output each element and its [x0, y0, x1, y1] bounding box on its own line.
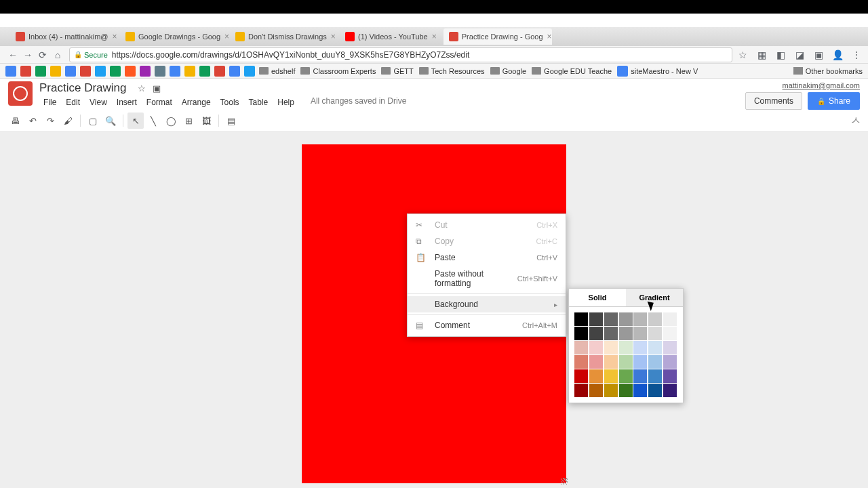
print-icon[interactable]: 🖶: [7, 113, 23, 129]
color-swatch[interactable]: [589, 341, 603, 354]
folder-icon[interactable]: ▣: [153, 83, 161, 94]
color-swatch[interactable]: [663, 341, 677, 354]
bookmark-sitemaestro[interactable]: siteMaestro - New V: [617, 66, 698, 77]
menu-format[interactable]: Format: [142, 96, 176, 108]
bookmark-icon[interactable]: [199, 66, 210, 77]
bookmark-icon[interactable]: [20, 66, 31, 77]
image-tool-icon[interactable]: 🖼: [198, 113, 214, 129]
color-swatch[interactable]: [604, 384, 618, 397]
tab-drawings-help[interactable]: Google Drawings - Goog×: [120, 28, 229, 45]
close-icon[interactable]: ×: [113, 32, 117, 41]
bookmark-icon[interactable]: [155, 66, 165, 77]
color-swatch[interactable]: [648, 369, 662, 383]
color-swatch[interactable]: [604, 341, 618, 354]
color-swatch[interactable]: [589, 369, 603, 383]
forward-button[interactable]: →: [20, 47, 35, 62]
extension-icon[interactable]: ▣: [812, 49, 825, 60]
bookmark-icon[interactable]: [110, 66, 121, 77]
line-tool-icon[interactable]: ╲: [145, 113, 161, 129]
color-swatch[interactable]: [619, 341, 633, 354]
bookmark-tech[interactable]: Tech Resources: [419, 67, 485, 75]
menu-arrange[interactable]: Arrange: [178, 96, 215, 108]
bookmark-icon[interactable]: [229, 66, 240, 77]
avatar-icon[interactable]: 👤: [831, 49, 844, 60]
color-swatch[interactable]: [574, 341, 588, 354]
color-swatch[interactable]: [574, 384, 588, 397]
color-swatch[interactable]: [589, 312, 603, 326]
context-background[interactable]: Background ▸: [408, 296, 566, 312]
color-swatch[interactable]: [604, 312, 618, 326]
color-swatch[interactable]: [633, 369, 647, 383]
redo-icon[interactable]: ↷: [42, 113, 58, 129]
color-swatch[interactable]: [619, 355, 633, 369]
bookmark-icon[interactable]: [5, 66, 16, 77]
bookmark-icon[interactable]: [95, 66, 106, 77]
bookmark-icon[interactable]: [125, 66, 136, 77]
color-swatch[interactable]: [663, 384, 677, 397]
color-swatch[interactable]: [619, 327, 633, 340]
color-swatch[interactable]: [633, 355, 647, 369]
bookmark-icon[interactable]: [50, 66, 61, 77]
color-swatch[interactable]: [663, 327, 677, 340]
share-button[interactable]: Share: [808, 92, 860, 110]
tab-practice-drawing[interactable]: Practice Drawing - Goog×: [443, 28, 552, 45]
close-icon[interactable]: ×: [547, 32, 552, 41]
color-swatch[interactable]: [589, 327, 603, 340]
close-icon[interactable]: ×: [331, 32, 336, 41]
url-input[interactable]: Secure https://docs.google.com/drawings/…: [69, 47, 732, 62]
color-swatch[interactable]: [663, 369, 677, 383]
menu-icon[interactable]: ⋮: [850, 49, 863, 60]
reload-button[interactable]: ⟳: [35, 47, 50, 62]
zoom-fit-icon[interactable]: ▢: [85, 113, 101, 129]
bookmark-edu[interactable]: Google EDU Teache: [532, 67, 612, 75]
paint-format-icon[interactable]: 🖌: [60, 113, 76, 129]
color-swatch[interactable]: [633, 312, 647, 326]
close-icon[interactable]: ×: [224, 32, 229, 41]
zoom-icon[interactable]: 🔍: [102, 113, 119, 129]
comment-icon[interactable]: ▤: [223, 113, 239, 129]
color-swatch[interactable]: [574, 369, 588, 383]
bookmark-icon[interactable]: [170, 66, 180, 77]
color-swatch[interactable]: [663, 355, 677, 369]
menu-help[interactable]: Help: [273, 96, 298, 108]
bookmark-icon[interactable]: [35, 66, 46, 77]
menu-file[interactable]: File: [39, 96, 60, 108]
context-paste[interactable]: 📋 Paste Ctrl+V: [408, 249, 566, 266]
color-swatch[interactable]: [589, 384, 603, 397]
other-bookmarks[interactable]: Other bookmarks: [793, 67, 863, 75]
color-swatch[interactable]: [574, 312, 588, 326]
select-tool-icon[interactable]: ↖: [127, 113, 144, 129]
color-swatch[interactable]: [648, 341, 662, 354]
bookmark-icon[interactable]: [214, 66, 225, 77]
menu-insert[interactable]: Insert: [113, 96, 141, 108]
collapse-icon[interactable]: ㅅ: [850, 114, 861, 128]
back-button[interactable]: ←: [5, 47, 20, 62]
bookmark-icon[interactable]: [80, 66, 91, 77]
color-swatch[interactable]: [604, 355, 618, 369]
context-paste-plain[interactable]: Paste without formatting Ctrl+Shift+V: [408, 266, 566, 291]
color-swatch[interactable]: [633, 384, 647, 397]
color-swatch[interactable]: [633, 341, 647, 354]
canvas-area[interactable]: ✂ Cut Ctrl+X ⧉ Copy Ctrl+C 📋 Paste Ctrl+…: [0, 132, 868, 488]
textbox-tool-icon[interactable]: ⊞: [180, 113, 197, 129]
bookmark-gett[interactable]: GETT: [381, 67, 413, 75]
menu-view[interactable]: View: [85, 96, 111, 108]
tab-dismiss[interactable]: Don't Dismiss Drawings×: [230, 28, 338, 45]
home-button[interactable]: ⌂: [50, 47, 65, 62]
close-icon[interactable]: ×: [432, 32, 437, 41]
menu-tools[interactable]: Tools: [216, 96, 243, 108]
resize-handle[interactable]: [561, 478, 568, 485]
star-icon[interactable]: ☆: [138, 83, 146, 94]
color-swatch[interactable]: [619, 369, 633, 383]
bookmark-icon[interactable]: [244, 66, 255, 77]
context-comment[interactable]: ▤ Comment Ctrl+Alt+M: [408, 317, 566, 333]
colorpicker-tab-gradient[interactable]: Gradient: [626, 289, 683, 307]
bookmark-edshelf[interactable]: edshelf: [259, 67, 295, 75]
tab-youtube[interactable]: (1) Videos - YouTube×: [340, 28, 442, 45]
star-icon[interactable]: ☆: [736, 49, 749, 60]
color-swatch[interactable]: [604, 327, 618, 340]
color-swatch[interactable]: [589, 355, 603, 369]
bookmark-icon[interactable]: [140, 66, 151, 77]
color-swatch[interactable]: [663, 312, 677, 326]
colorpicker-tab-solid[interactable]: Solid: [569, 289, 626, 307]
